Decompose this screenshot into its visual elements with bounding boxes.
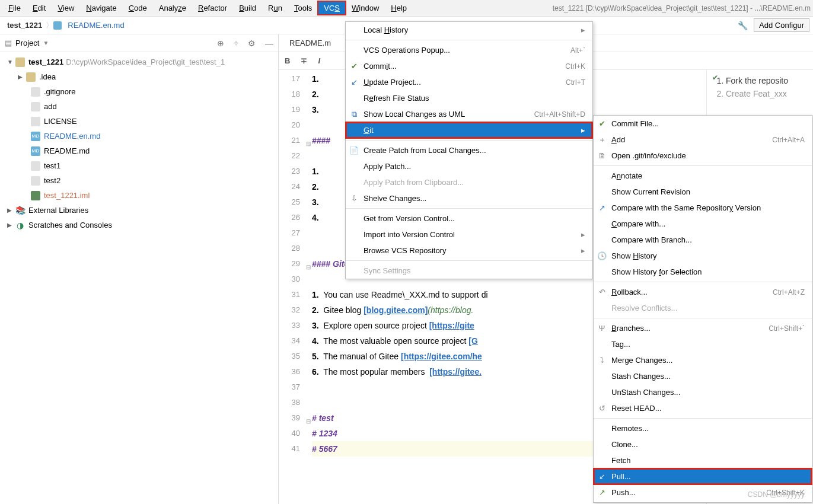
tree-item-test2[interactable]: test2	[0, 173, 278, 188]
git-stash[interactable]: Stash Changes...	[594, 368, 812, 384]
menu-refresh-status[interactable]: Refresh File Status	[346, 90, 592, 106]
git-commit-file[interactable]: ✔Commit File...	[594, 116, 812, 132]
tree-external-libraries[interactable]: ▶ 📚 External Libraries	[0, 203, 278, 218]
git-unstash[interactable]: UnStash Changes...	[594, 384, 812, 400]
tree-item-license[interactable]: LICENSE	[0, 114, 278, 129]
tree-item-test1[interactable]: test1	[0, 158, 278, 173]
tree-item-idea[interactable]: ▶ .idea	[0, 69, 278, 84]
git-add[interactable]: ＋AddCtrl+Alt+A	[594, 132, 812, 148]
strike-button[interactable]: ∓	[301, 56, 307, 65]
git-fetch[interactable]: Fetch	[594, 452, 812, 468]
menu-create-patch[interactable]: 📄Create Patch from Local Changes...	[346, 142, 592, 158]
project-tool-header: ▤ Project ▼ ⊕ ÷ ⚙ —	[0, 34, 278, 52]
tree-item-gitignore[interactable]: .gitignore	[0, 84, 278, 99]
menu-browse-vcs[interactable]: Browse VCS Repository▸	[346, 243, 592, 259]
add-configuration-button[interactable]: Add Configur	[754, 18, 809, 32]
expand-icon[interactable]: ÷	[234, 39, 238, 48]
check-icon: ✔	[597, 119, 607, 128]
italic-button[interactable]: I	[318, 56, 320, 65]
menu-tools[interactable]: Tools	[288, 1, 318, 15]
menu-commit[interactable]: ✔Commit...Ctrl+K	[346, 58, 592, 74]
menu-update-project[interactable]: ↙Update Project...Ctrl+T	[346, 74, 592, 90]
target-icon[interactable]: ⊕	[217, 39, 224, 48]
menu-get-from-vc[interactable]: Get from Version Control...	[346, 210, 592, 227]
menu-git[interactable]: Git▸	[346, 122, 592, 138]
menu-build[interactable]: Build	[233, 1, 262, 15]
menu-refactor[interactable]: Refactor	[192, 1, 233, 15]
menu-code[interactable]: Code	[123, 1, 153, 15]
reset-icon: ↺	[597, 404, 607, 413]
git-rebase[interactable]: Rebase...	[594, 500, 812, 504]
undo-icon: ↶	[597, 288, 607, 296]
git-open-exclude[interactable]: 🗎Open .git/info/exclude	[594, 148, 812, 164]
file-icon	[31, 102, 40, 111]
git-reset-head[interactable]: ↺Reset HEAD...	[594, 400, 812, 416]
tree-root[interactable]: ▼ test_1221 D:\cyp\WorkSpace\idea_Projec…	[0, 55, 278, 69]
tree-item-iml[interactable]: test_1221.iml	[0, 188, 278, 203]
tree-item-readme[interactable]: MD README.md	[0, 143, 278, 158]
library-icon: 📚	[15, 206, 25, 215]
breadcrumb-file[interactable]: README.en.md	[64, 20, 127, 31]
git-tag[interactable]: Tag...	[594, 336, 812, 352]
menu-apply-patch-clipboard: Apply Patch from Clipboard...	[346, 174, 592, 190]
menu-vcs[interactable]: VCS	[318, 1, 346, 15]
scratch-icon: ◑	[15, 221, 25, 230]
menu-local-history[interactable]: Local History▸	[346, 22, 592, 38]
git-submenu: ✔Commit File... ＋AddCtrl+Alt+A 🗎Open .gi…	[593, 115, 812, 503]
git-show-revision[interactable]: Show Current Revision	[594, 184, 812, 200]
menu-window[interactable]: Window	[346, 1, 385, 15]
git-show-history[interactable]: 🕓Show History	[594, 248, 812, 264]
expand-arrow-icon[interactable]: ▶	[18, 74, 26, 80]
tree-scratches[interactable]: ▶ ◑ Scratches and Consoles	[0, 218, 278, 232]
bold-button[interactable]: B	[285, 56, 290, 65]
menu-vcs-operations[interactable]: VCS Operations Popup...Alt+`	[346, 42, 592, 58]
compare-icon: ↗	[597, 203, 607, 212]
patch-icon: 📄	[349, 146, 359, 155]
menu-help[interactable]: Help	[385, 1, 413, 15]
git-branches[interactable]: ΨBranches...Ctrl+Shift+`	[594, 320, 812, 336]
menu-view[interactable]: View	[52, 1, 80, 15]
menu-file[interactable]: File	[2, 1, 27, 15]
expand-arrow-icon[interactable]: ▶	[7, 207, 15, 213]
iml-icon	[31, 191, 40, 200]
git-show-history-selection[interactable]: Show History for Selection	[594, 264, 812, 280]
menu-run[interactable]: Run	[262, 1, 288, 15]
git-clone[interactable]: Clone...	[594, 436, 812, 452]
update-icon: ↙	[349, 78, 359, 87]
menu-bar: File Edit View Navigate Code Analyze Ref…	[0, 0, 813, 17]
line-gutter: 17181920 2122232425262728 29303132333435…	[279, 70, 312, 504]
git-pull[interactable]: ↙Pull...	[594, 468, 812, 484]
check-icon: ✔	[712, 74, 718, 82]
menu-edit[interactable]: Edit	[27, 1, 52, 15]
tree-item-readme-en[interactable]: MD README.en.md	[0, 129, 278, 143]
merge-icon: ⤵	[597, 356, 607, 365]
menu-show-uml[interactable]: ⧉Show Local Changes as UMLCtrl+Alt+Shift…	[346, 106, 592, 122]
menu-apply-patch[interactable]: Apply Patch...	[346, 158, 592, 174]
git-rollback[interactable]: ↶Rollback...Ctrl+Alt+Z	[594, 284, 812, 300]
git-compare-branch[interactable]: Compare with Branch...	[594, 232, 812, 248]
editor-tab-readme[interactable]: README.m	[282, 36, 336, 50]
menu-navigate[interactable]: Navigate	[80, 1, 122, 15]
expand-arrow-icon[interactable]: ▼	[7, 59, 15, 65]
chevron-down-icon[interactable]: ▼	[43, 40, 49, 46]
wrench-icon[interactable]: 🔧	[738, 21, 748, 30]
minimize-icon[interactable]: —	[265, 39, 273, 48]
folder-icon	[15, 58, 25, 67]
git-remotes[interactable]: Remotes...	[594, 420, 812, 436]
clock-icon: 🕓	[597, 251, 607, 260]
push-icon: ↗	[597, 488, 607, 497]
preview-item: Create Feat_xxx	[726, 89, 807, 98]
tree-item-add[interactable]: add	[0, 99, 278, 114]
git-merge[interactable]: ⤵Merge Changes...	[594, 352, 812, 368]
gear-icon[interactable]: ⚙	[248, 39, 256, 48]
menu-analyze[interactable]: Analyze	[153, 1, 192, 15]
git-compare-with[interactable]: Compare with...	[594, 216, 812, 232]
git-compare-same[interactable]: ↗Compare with the Same Repository Versio…	[594, 200, 812, 216]
menu-shelve-changes[interactable]: ⇩Shelve Changes...	[346, 190, 592, 206]
project-view-label[interactable]: Project	[15, 39, 39, 47]
expand-arrow-icon[interactable]: ▶	[7, 222, 15, 228]
menu-import-vc[interactable]: Import into Version Control▸	[346, 227, 592, 243]
breadcrumb-project[interactable]: test_1221	[4, 20, 46, 31]
git-annotate[interactable]: Annotate	[594, 168, 812, 184]
file-icon	[31, 87, 40, 97]
